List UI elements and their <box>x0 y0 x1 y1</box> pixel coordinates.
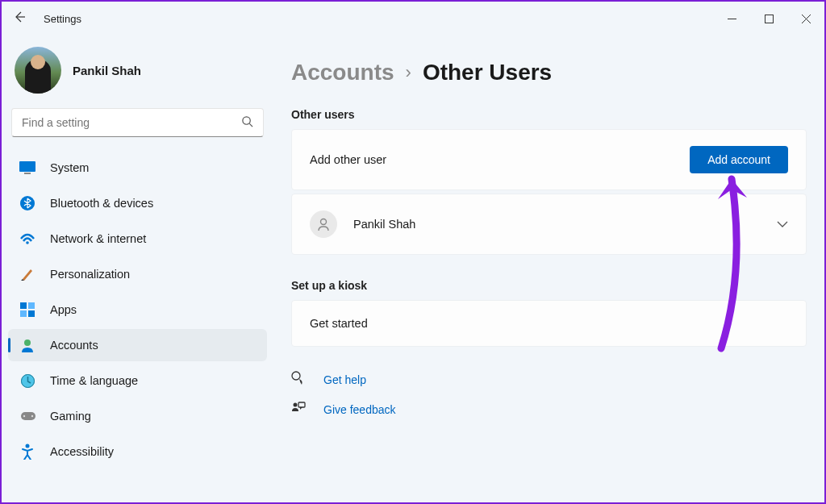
gaming-icon <box>19 408 35 424</box>
svg-rect-6 <box>19 161 35 172</box>
minimize-button[interactable] <box>713 6 750 31</box>
kiosk-get-started-row[interactable]: Get started <box>291 300 807 347</box>
svg-rect-12 <box>20 310 27 317</box>
time-icon <box>19 373 35 389</box>
svg-point-14 <box>24 339 31 346</box>
search-box[interactable] <box>11 108 264 137</box>
sidebar-item-personalization[interactable]: Personalization <box>8 258 267 290</box>
close-button[interactable] <box>787 6 824 31</box>
svg-rect-13 <box>28 310 35 317</box>
back-button[interactable] <box>13 10 26 27</box>
sidebar-item-accounts[interactable]: Accounts <box>8 329 267 361</box>
sidebar-item-network[interactable]: Network & internet <box>8 223 267 255</box>
sidebar-item-accessibility[interactable]: Accessibility <box>8 435 267 468</box>
section-label-kiosk: Set up a kiosk <box>291 279 807 292</box>
sidebar-item-bluetooth[interactable]: Bluetooth & devices <box>8 187 267 219</box>
accounts-icon <box>19 337 35 353</box>
sidebar-item-gaming[interactable]: Gaming <box>8 400 267 432</box>
add-account-button[interactable]: Add account <box>690 146 788 173</box>
accessibility-icon <box>19 444 35 460</box>
svg-point-4 <box>243 116 250 123</box>
svg-rect-7 <box>24 173 31 174</box>
svg-point-18 <box>23 415 25 417</box>
give-feedback-link[interactable]: Give feedback <box>291 401 807 418</box>
svg-rect-1 <box>765 15 773 23</box>
add-other-user-row: Add other user Add account <box>291 129 807 190</box>
kiosk-row-label: Get started <box>310 317 368 330</box>
maximize-button[interactable] <box>750 6 787 31</box>
svg-point-19 <box>31 415 33 417</box>
nav: System Bluetooth & devices Network & int… <box>8 152 267 468</box>
sidebar-item-system[interactable]: System <box>8 152 267 184</box>
sidebar-item-label: System <box>50 161 89 174</box>
breadcrumb: Accounts › Other Users <box>291 60 807 85</box>
svg-point-22 <box>292 372 300 380</box>
bluetooth-icon <box>19 195 35 211</box>
search-input[interactable] <box>22 116 241 129</box>
section-label-other-users: Other users <box>291 108 807 121</box>
sidebar-item-label: Gaming <box>50 410 91 423</box>
sidebar-item-apps[interactable]: Apps <box>8 294 267 326</box>
svg-line-5 <box>249 123 252 127</box>
sidebar-item-label: Time & language <box>50 374 138 387</box>
sidebar-item-label: Bluetooth & devices <box>50 197 153 210</box>
main-content: Accounts › Other Users Other users Add o… <box>273 35 824 502</box>
svg-point-20 <box>26 444 30 448</box>
get-help-link[interactable]: Get help <box>291 371 807 388</box>
app-title: Settings <box>44 13 81 25</box>
user-avatar-icon <box>310 210 337 238</box>
user-row[interactable]: Pankil Shah <box>291 194 807 255</box>
svg-point-23 <box>294 403 298 407</box>
personalization-icon <box>19 266 35 282</box>
breadcrumb-parent[interactable]: Accounts <box>291 60 394 85</box>
svg-point-21 <box>321 219 327 225</box>
system-icon <box>19 160 35 176</box>
apps-icon <box>19 302 35 318</box>
profile-name: Pankil Shah <box>73 64 141 77</box>
add-other-user-label: Add other user <box>310 153 386 166</box>
svg-point-9 <box>26 241 29 244</box>
chevron-right-icon: › <box>406 62 411 83</box>
search-icon <box>241 115 253 131</box>
sidebar-item-label: Network & internet <box>50 232 146 245</box>
feedback-icon <box>291 401 307 418</box>
help-icon <box>291 371 307 388</box>
sidebar-item-label: Apps <box>50 303 77 316</box>
sidebar-item-time[interactable]: Time & language <box>8 364 267 397</box>
svg-rect-10 <box>20 302 27 309</box>
svg-rect-24 <box>298 402 305 407</box>
svg-rect-17 <box>21 412 35 420</box>
avatar <box>15 47 61 94</box>
get-help-label: Get help <box>323 373 366 386</box>
sidebar: Pankil Shah System Bluetooth & devices N… <box>2 35 273 502</box>
breadcrumb-current: Other Users <box>423 60 552 85</box>
feedback-label: Give feedback <box>323 403 396 416</box>
network-icon <box>19 231 35 247</box>
chevron-down-icon <box>777 219 788 231</box>
titlebar: Settings <box>2 2 824 35</box>
sidebar-item-label: Accessibility <box>50 445 114 458</box>
sidebar-item-label: Accounts <box>50 339 98 352</box>
svg-rect-11 <box>28 302 35 309</box>
user-name: Pankil Shah <box>353 218 415 231</box>
profile-block[interactable]: Pankil Shah <box>8 44 267 108</box>
sidebar-item-label: Personalization <box>50 268 130 281</box>
